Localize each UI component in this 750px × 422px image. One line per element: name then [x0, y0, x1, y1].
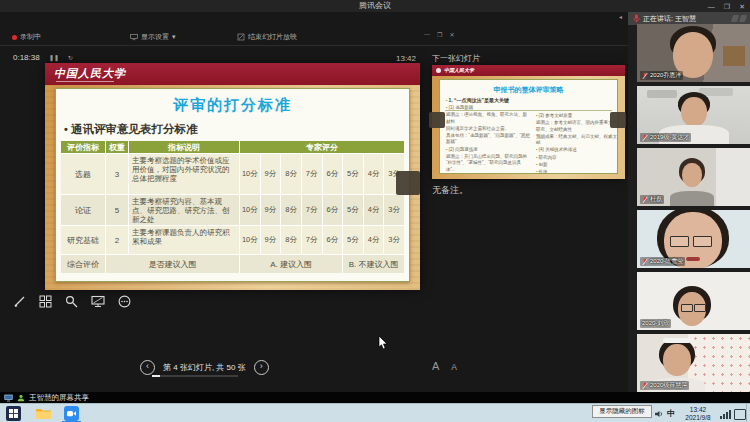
network-icon[interactable]: [720, 410, 731, 419]
presenter-clock: 13:42: [396, 54, 416, 63]
start-button[interactable]: [6, 406, 21, 421]
participant-video[interactable]: 2020-刘欣: [637, 272, 750, 330]
video-artifact: [429, 112, 445, 128]
slide-content-card: 评审的打分标准 通讯评审意见表打分标准 评价指标 权重 指标说明 专家评分 选题…: [55, 88, 410, 282]
close-icon[interactable]: ✕: [449, 31, 454, 38]
participant-video[interactable]: 2020乔恩洋: [637, 24, 750, 82]
previous-slide-button[interactable]: ‹: [140, 360, 155, 375]
pause-icon[interactable]: ❚❚: [49, 54, 59, 61]
display-icon: [130, 33, 138, 41]
preview-line: 观测点：开门见山提出问题、研究问题的“科学性”、“逻辑性”、“研究问题意识具体”…: [446, 154, 530, 173]
active-speaker-label: 正在讲话: 王智慧: [643, 14, 696, 24]
maximize-icon[interactable]: ❐: [437, 31, 442, 38]
participant-video[interactable]: 杜磊: [637, 148, 750, 206]
preview-line: (3) 参考文献质量: [536, 113, 620, 119]
mic-icon: [633, 14, 640, 23]
score-cell: 9分: [261, 226, 281, 254]
score-cell: 10分: [240, 226, 260, 254]
lips: [686, 257, 700, 261]
mic-muted-icon: [642, 258, 648, 266]
recording-indicator: 录制中: [12, 32, 41, 42]
close-icon[interactable]: ✕: [739, 2, 745, 11]
display-settings-button[interactable]: 显示设置 ▾: [130, 32, 176, 42]
meeting-logo-icon: [732, 15, 746, 22]
maximize-icon[interactable]: ❐: [724, 2, 730, 11]
window-title: 腾讯会议: [0, 0, 750, 12]
cell-weight: 5: [106, 195, 128, 225]
taskbar-clock[interactable]: 13:42 2021/9/8: [681, 406, 715, 422]
presenter-topbar: 录制中 显示设置 ▾ 结束幻灯片放映 — ❐ ✕: [0, 28, 628, 46]
preview-left-column: 1. “一点淘汰法”是最大关键 (1) 选题新颖 观测点：理论视角、视角、研究方…: [446, 97, 530, 174]
next-slide-button[interactable]: ›: [254, 360, 269, 375]
record-dot-icon: [12, 35, 17, 40]
display-settings-label: 显示设置: [141, 32, 169, 42]
taskbar: 显示隐藏的图标 中 13:42 2021/9/8: [0, 403, 750, 422]
col-header: 专家评分: [240, 141, 404, 153]
preview-line: 观测点：理论视角、视角、研究方法、新材料: [446, 112, 530, 125]
score-cell: 5分: [343, 226, 363, 254]
mic-muted-icon: [642, 382, 648, 390]
participant-name: 2020乔恩洋: [650, 71, 681, 80]
titlebar: 腾讯会议 — ❐ ✕: [0, 0, 750, 12]
file-explorer-icon[interactable]: [36, 407, 51, 420]
logo-underline: [56, 81, 114, 82]
score-cell: 6分: [323, 154, 343, 194]
score-cell: 4分: [364, 154, 384, 194]
score-cell: 5分: [343, 154, 363, 194]
speaker-icon[interactable]: [655, 410, 664, 418]
col-header: 权重: [106, 141, 128, 153]
score-cell: 4分: [364, 226, 384, 254]
black-screen-icon[interactable]: [91, 295, 105, 308]
score-cell: 3分: [384, 195, 404, 225]
score-cell: 10分: [240, 154, 260, 194]
pen-icon[interactable]: [13, 295, 26, 308]
minimize-icon[interactable]: —: [424, 31, 430, 38]
windows-logo-icon: [9, 409, 18, 418]
slide-counter: 第 4 张幻灯片, 共 50 张: [163, 362, 246, 373]
minimize-icon[interactable]: —: [708, 2, 715, 11]
show-desktop-button[interactable]: [746, 404, 750, 422]
restart-icon[interactable]: ↻: [68, 54, 73, 61]
score-cell: 8分: [281, 154, 301, 194]
participant-video[interactable]: 2019级-黄达才: [637, 86, 750, 144]
ime-indicator[interactable]: 中: [667, 408, 675, 419]
cell-desc: 主要考察研究内容、基本观点、研究思路、研究方法、创新之处: [129, 195, 239, 225]
timer-value: 0:18:38: [13, 53, 40, 62]
increase-font-button[interactable]: A: [432, 360, 439, 372]
notes-font-controls: A A: [432, 360, 457, 372]
tencent-meeting-taskbar-icon[interactable]: [64, 406, 79, 421]
end-show-button[interactable]: 结束幻灯片放映: [237, 32, 297, 42]
action-center-icon[interactable]: [734, 409, 746, 420]
score-cell: 5分: [343, 195, 363, 225]
zoom-icon[interactable]: [65, 295, 78, 308]
cell-indicator: 综合评价: [61, 255, 105, 273]
video-artifact: [396, 171, 420, 195]
tray-tooltip: 显示隐藏的图标: [592, 405, 652, 418]
mic-muted-icon: [642, 196, 648, 204]
cell-option-a: A. 建议入围: [240, 255, 342, 273]
cell-question: 是否建议入围: [106, 255, 239, 273]
preview-line: 同时满足学术之需和社会之需。: [446, 126, 530, 132]
preview-line: 具体包括：“选题新颖”、“问题新颖”、“思想新颖”: [446, 133, 530, 146]
preview-line: (1) 选题新颖: [446, 105, 530, 111]
background-box: [723, 46, 745, 66]
more-options-icon[interactable]: [118, 295, 131, 308]
university-logo-text: 中国人民大学: [444, 67, 474, 73]
participant-video[interactable]: 2020级薛慧萍: [637, 334, 750, 392]
participant-video[interactable]: 2020-陈雪莹: [637, 210, 750, 268]
next-slide-preview: 中国人民大学 申报书的整体评审策略 1. “一点淘汰法”是最大关键 (1) 选题…: [432, 65, 625, 179]
participants-sidebar: 正在讲话: 王智慧 2020乔恩洋 2019级-黄达才: [628, 12, 750, 403]
preview-right-column: (3) 参考文献质量 观测点：参考文献语言、国内外重要文献研究、文献经典性 预期…: [536, 113, 620, 177]
taskbar-time: 13:42: [681, 406, 715, 414]
mic-muted-icon: [642, 134, 648, 142]
score-cell: 7分: [302, 154, 322, 194]
sidebar-collapse-icon[interactable]: ◂: [619, 13, 622, 20]
decrease-font-button[interactable]: A: [451, 362, 457, 372]
score-cell: 7分: [302, 195, 322, 225]
col-header: 指标说明: [129, 141, 239, 153]
presenter-person-icon: [17, 394, 25, 402]
participant-name-tag: 2020乔恩洋: [640, 71, 683, 80]
participant-name: 2020-刘欣: [642, 319, 669, 328]
preview-line: 预期成果：经典文献、前沿文献、权威文献: [536, 134, 620, 147]
all-slides-icon[interactable]: [39, 295, 52, 308]
